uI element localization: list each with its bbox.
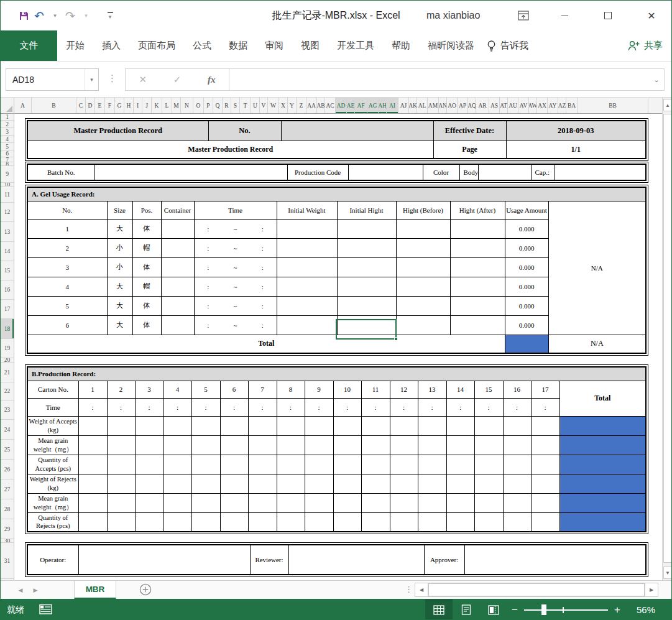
a-row6-pos[interactable]: 体 <box>132 315 161 335</box>
sheet-tab-mbr[interactable]: MBR <box>74 581 116 599</box>
a-row5-hight-before[interactable] <box>396 296 450 315</box>
redo-dropdown[interactable]: ▾ <box>79 6 93 25</box>
page-break-preview-button[interactable] <box>480 599 507 620</box>
b-row6-cell2[interactable] <box>107 512 135 532</box>
a-row1-pos[interactable]: 体 <box>132 219 161 238</box>
b-row4-cell13[interactable] <box>418 474 446 493</box>
zoom-percentage[interactable]: 56% <box>628 604 655 615</box>
a-row2-initial-weight[interactable] <box>277 238 337 257</box>
cell-production-code-label[interactable]: Production Code <box>287 164 348 180</box>
b-carton-3[interactable]: 3 <box>135 381 163 398</box>
scroll-right-button[interactable]: ▶ <box>645 583 658 597</box>
column-header-AP[interactable]: AP <box>458 98 468 113</box>
a-row4-container[interactable] <box>161 277 194 296</box>
b-row5-cell3[interactable] <box>135 493 163 512</box>
b-time-13[interactable]: : <box>418 398 446 416</box>
b-row5-cell14[interactable] <box>446 493 474 512</box>
b-row5-cell6[interactable] <box>220 493 248 512</box>
row-header-4[interactable]: 4 <box>1 136 14 143</box>
save-button[interactable] <box>17 6 30 25</box>
row-header-23[interactable]: 23 <box>1 400 14 420</box>
b-row2-cell6[interactable] <box>220 435 248 455</box>
a-col-header-container[interactable]: Container <box>161 201 194 219</box>
column-header-AF[interactable]: AF <box>355 98 367 113</box>
row-header-31[interactable]: 31 <box>1 543 14 579</box>
cell-operator-value[interactable] <box>78 545 250 575</box>
a-row4-time[interactable]: :~: <box>194 277 277 296</box>
b-row5-label[interactable]: Mean grain weight（mg） <box>27 493 78 512</box>
b-carton-7[interactable]: 7 <box>248 381 277 398</box>
b-row4-cell16[interactable] <box>503 474 531 493</box>
cell-page-value[interactable]: 1/1 <box>506 141 646 159</box>
a-row6-usage-amount[interactable]: 0.000 <box>505 315 548 335</box>
column-header-R[interactable]: R <box>223 98 231 113</box>
column-header-AC[interactable]: AC <box>325 98 336 113</box>
b-row1-cell10[interactable] <box>333 416 361 435</box>
b-row3-cell14[interactable] <box>446 455 474 474</box>
b-row2-cell3[interactable] <box>135 435 163 455</box>
a-row3-time[interactable]: :~: <box>194 257 277 277</box>
a-row6-container[interactable] <box>161 315 194 335</box>
a-row6-size[interactable]: 大 <box>107 315 132 335</box>
b-row5-cell10[interactable] <box>333 493 361 512</box>
scroll-down-button[interactable]: ▼ <box>663 567 672 579</box>
b-row3-cell10[interactable] <box>333 455 361 474</box>
enter-icon[interactable]: ✓ <box>173 74 182 85</box>
b-row6-cell3[interactable] <box>135 512 163 532</box>
b-row6-label[interactable]: Quantity of Rejects (pcs) <box>27 512 78 532</box>
a-row6-no[interactable]: 6 <box>27 315 107 335</box>
column-header-AB[interactable]: AB <box>317 98 325 113</box>
close-button[interactable]: ✕ <box>641 1 662 30</box>
page-layout-view-button[interactable] <box>453 599 480 620</box>
cell-reviewer-value[interactable] <box>288 545 424 575</box>
vertical-scroll-thumb[interactable] <box>663 114 672 563</box>
column-header-Z[interactable]: Z <box>297 98 306 113</box>
row-header-18[interactable]: 18 <box>1 319 14 339</box>
b-row4-cell2[interactable] <box>107 474 135 493</box>
a-row6-initial-weight[interactable] <box>277 315 337 335</box>
row-header-17[interactable]: 17 <box>1 300 14 319</box>
row-header-28[interactable]: 28 <box>1 499 14 519</box>
select-all-corner[interactable] <box>1 98 14 114</box>
b-row3-cell13[interactable] <box>418 455 446 474</box>
column-header-BB[interactable]: BB <box>578 98 648 113</box>
row-header-26[interactable]: 26 <box>1 460 14 479</box>
a-col-header-size[interactable]: Size <box>107 201 132 219</box>
row-header-22[interactable]: 22 <box>1 382 14 400</box>
cell-color-label[interactable]: Color <box>423 164 459 180</box>
row-header-16[interactable]: 16 <box>1 280 14 300</box>
a-row2-hight-before[interactable] <box>396 238 450 257</box>
row-header-29[interactable]: 29 <box>1 519 14 539</box>
cell-a-na-merged[interactable]: N/A <box>548 201 646 335</box>
scroll-up-button[interactable]: ▲ <box>663 99 672 111</box>
cell-body-label[interactable]: Body: <box>459 164 478 180</box>
a-row3-pos[interactable]: 体 <box>132 257 161 277</box>
a-row5-pos[interactable]: 体 <box>132 296 161 315</box>
add-sheet-button[interactable] <box>139 583 152 597</box>
b-row3-cell17[interactable] <box>531 455 559 474</box>
b-row3-total[interactable] <box>559 455 646 474</box>
a-row2-no[interactable]: 2 <box>27 238 107 257</box>
b-row1-cell16[interactable] <box>503 416 531 435</box>
cell-approver-value[interactable] <box>464 545 646 575</box>
b-row3-cell2[interactable] <box>107 455 135 474</box>
b-row2-cell7[interactable] <box>248 435 277 455</box>
b-time-16[interactable]: : <box>503 398 531 416</box>
b-time-10[interactable]: : <box>333 398 361 416</box>
selected-cell[interactable] <box>336 319 397 340</box>
b-row2-cell16[interactable] <box>503 435 531 455</box>
cell-production-code-value[interactable] <box>348 164 423 180</box>
a-col-header-pos[interactable]: Pos. <box>132 201 161 219</box>
b-row4-cell1[interactable] <box>78 474 107 493</box>
b-row4-cell4[interactable] <box>163 474 191 493</box>
b-row2-cell11[interactable] <box>361 435 390 455</box>
b-row4-cell17[interactable] <box>531 474 559 493</box>
column-header-U[interactable]: U <box>251 98 260 113</box>
row-header-9[interactable]: 9 <box>1 166 14 183</box>
b-row5-cell16[interactable] <box>503 493 531 512</box>
b-row6-cell16[interactable] <box>503 512 531 532</box>
b-row1-cell6[interactable] <box>220 416 248 435</box>
cell-operator-label[interactable]: Operator: <box>27 545 78 575</box>
a-row1-hight-before[interactable] <box>396 219 450 238</box>
b-row4-cell3[interactable] <box>135 474 163 493</box>
